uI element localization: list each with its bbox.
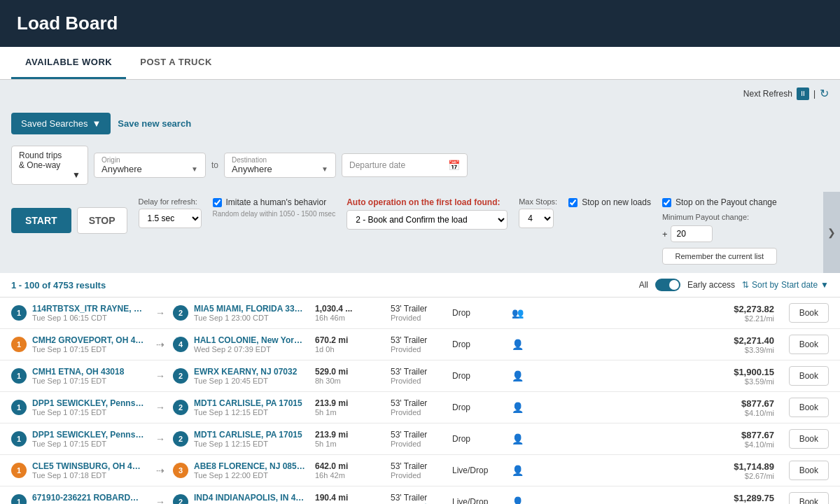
distance-value: 213.9 mi — [315, 430, 385, 440]
team-icon: 👤 — [507, 465, 528, 476]
destination-label: Destination — [232, 156, 328, 164]
start-button[interactable]: START — [11, 208, 71, 233]
pause-button[interactable]: ⏸ — [797, 88, 809, 100]
route-arrow-icon: → — [153, 307, 167, 318]
price-value: $877.67 — [704, 398, 774, 409]
book-button[interactable]: Book — [789, 461, 829, 480]
stop-new-loads-checkbox[interactable] — [568, 198, 578, 207]
team-icon: 👤 — [507, 402, 528, 413]
table-row: 1 114RTBTSX_ITR RAYNE, LA ... Tue Sep 1 … — [0, 298, 840, 329]
dest-name: IND4 INDIANAPOLIS, IN 46... — [194, 493, 306, 503]
origin-name: DPP1 SEWICKLEY, Pennsylv... — [32, 398, 144, 408]
sort-button[interactable]: ⇅ Sort by Start date ▼ — [742, 280, 829, 290]
distance-col: 670.2 mi 1d 0h — [315, 335, 385, 354]
trailer-type: 53' Trailer — [391, 461, 447, 471]
saved-searches-button[interactable]: Saved Searches ▼ — [11, 113, 111, 134]
to-label: to — [211, 160, 218, 170]
book-button[interactable]: Book — [789, 303, 829, 323]
price-col: $877.67 $4.10/mi — [704, 430, 774, 449]
book-col: Book — [780, 429, 829, 449]
dest-location: MDT1 CARLISLE, PA 17015 Tue Sep 1 12:15 … — [194, 398, 309, 416]
remember-button[interactable]: Remember the current list — [662, 248, 777, 265]
origin-arrow-icon: ▼ — [191, 165, 198, 173]
trip-type-arrow-icon: ▼ — [72, 170, 80, 180]
trip-type-select[interactable]: Round trips & One-way ▼ — [11, 146, 88, 185]
origin-stop-badge: 1 — [11, 463, 27, 478]
imitate-checkbox[interactable] — [213, 198, 222, 207]
origin-location: CLE5 TWINSBURG, OH 44087 Tue Sep 1 07:18… — [32, 461, 148, 479]
tab-bar: AVAILABLE WORK POST A TRUCK — [0, 47, 840, 80]
book-button[interactable]: Book — [789, 335, 829, 354]
origin-select[interactable]: Origin Anywhere ▼ — [94, 153, 206, 178]
origin-time: Tue Sep 1 07:15 EDT — [32, 440, 148, 448]
origin-name: 671910-236221 ROBARDS,... — [32, 493, 144, 503]
origin-stop-badge: 1 — [11, 337, 27, 352]
origin-name: CLE5 TWINSBURG, OH 44087 — [32, 461, 144, 471]
stop-button[interactable]: STOP — [77, 207, 127, 234]
destination-arrow-icon: ▼ — [321, 165, 328, 173]
destination-select[interactable]: Destination Anywhere ▼ — [224, 153, 336, 178]
stop-payout-label: Stop on the Payout change — [676, 197, 777, 207]
origin-name: CMH2 GROVEPORT, OH 43... — [32, 335, 144, 345]
min-payout-input[interactable] — [671, 225, 713, 242]
book-button[interactable]: Book — [789, 398, 829, 417]
dest-time: Wed Sep 2 07:39 EDT — [194, 345, 309, 354]
scroll-right-button[interactable]: ❯ — [823, 192, 840, 273]
save-new-search-link[interactable]: Save new search — [118, 118, 191, 129]
trailer-col: 53' Trailer Provided — [391, 430, 447, 448]
dest-stop-badge: 4 — [173, 337, 188, 352]
stop-payout-checkbox[interactable] — [662, 198, 671, 207]
max-stops-group: Max Stops: 4 3 5 — [519, 197, 557, 228]
dest-location: HAL1 COLONIE, New York 1... Wed Sep 2 07… — [194, 335, 309, 354]
trailer-type: 53' Trailer — [391, 398, 447, 408]
stop-payout-checkbox-group: Stop on the Payout change — [662, 197, 777, 207]
price-per-mile: $2.21/mi — [704, 314, 774, 323]
duration-value: 5h 1m — [315, 408, 385, 416]
price-per-mile: $2.67/mi — [704, 472, 774, 480]
route-arrow-icon: → — [153, 496, 167, 504]
origin-label: Origin — [102, 156, 198, 164]
price-value: $2,271.40 — [704, 335, 774, 346]
origin-location: DPP1 SEWICKLEY, Pennsylv... Tue Sep 1 07… — [32, 430, 148, 448]
auto-op-group: Auto operation on the first load found: … — [346, 197, 507, 230]
refresh-button[interactable]: ↻ — [820, 87, 829, 100]
route-arrow-icon: ⇢ — [153, 465, 167, 476]
team-icon: 👤 — [507, 433, 528, 444]
stop-new-loads-label: Stop on new loads — [582, 197, 651, 207]
distance-value: 213.9 mi — [315, 398, 385, 408]
sort-icon: ⇅ — [742, 280, 749, 290]
all-label: All — [639, 280, 648, 290]
price-col: $877.67 $4.10/mi — [704, 398, 774, 417]
min-payout-prefix: + — [662, 229, 668, 239]
departure-placeholder: Departure date — [349, 160, 405, 170]
book-button[interactable]: Book — [789, 429, 829, 449]
departure-date-input[interactable]: Departure date 📅 — [342, 153, 468, 177]
price-col: $1,289.75 $6.77/mi — [704, 493, 774, 505]
duration-value: 5h 1m — [315, 440, 385, 448]
early-access-toggle[interactable] — [655, 279, 680, 291]
dest-location: MIA5 MIAMI, FLORIDA 33182 Tue Sep 1 23:0… — [194, 304, 309, 322]
trailer-col: 53' Trailer Required ℹ — [391, 493, 447, 505]
tab-available-work[interactable]: AVAILABLE WORK — [11, 47, 126, 79]
table-row: 1 DPP1 SEWICKLEY, Pennsylv... Tue Sep 1 … — [0, 392, 840, 424]
delay-select[interactable]: 1.5 sec 2.0 sec 3.0 sec — [139, 209, 202, 228]
max-stops-select[interactable]: 4 3 5 — [519, 209, 554, 228]
tab-post-truck[interactable]: POST A TRUCK — [126, 47, 226, 79]
book-col: Book — [780, 366, 829, 386]
page-title: Load Board — [17, 13, 823, 34]
next-refresh-label: Next Refresh — [743, 89, 792, 99]
loads-table: 1 114RTBTSX_ITR RAYNE, LA ... Tue Sep 1 … — [0, 298, 840, 504]
book-button[interactable]: Book — [789, 492, 829, 504]
trailer-sub: Provided — [391, 345, 447, 354]
distance-col: 190.4 mi 7h 17m — [315, 493, 385, 504]
dest-time: Tue Sep 1 12:15 EDT — [194, 408, 309, 416]
trip-type-line1: Round trips — [19, 150, 62, 160]
chevron-right-icon: ❯ — [827, 227, 836, 238]
price-per-mile: $3.59/mi — [704, 377, 774, 386]
auto-op-select[interactable]: 1 - Book only 2 - Book and Confirm the l… — [346, 210, 507, 230]
book-button[interactable]: Book — [789, 366, 829, 386]
results-controls: All Early access ⇅ Sort by Start date ▼ — [639, 279, 829, 291]
page-header: Load Board — [0, 0, 840, 47]
dest-stop-badge: 2 — [173, 494, 188, 504]
trailer-sub: Provided — [391, 471, 447, 479]
